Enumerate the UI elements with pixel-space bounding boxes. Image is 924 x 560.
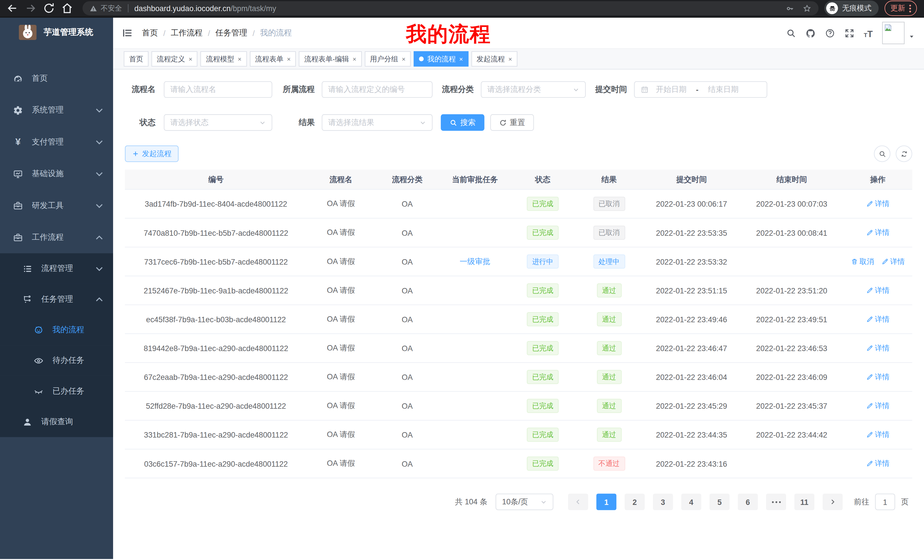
sidebar-item-todo-tasks[interactable]: 待办任务 [0, 345, 113, 376]
current-task-link[interactable]: 一级审批 [460, 257, 490, 266]
sidebar-item-leave-query[interactable]: 请假查询 [0, 406, 113, 437]
close-icon[interactable]: × [459, 55, 463, 62]
process-definition-input[interactable]: 请输入流程定义的编号 [322, 81, 433, 98]
chevron-up-icon [94, 232, 104, 242]
back-icon[interactable] [6, 2, 19, 15]
action-label: 详情 [875, 314, 890, 324]
start-process-button[interactable]: 发起流程 [125, 145, 179, 162]
cell-submit-time: 2022-01-22 23:46:47 [643, 344, 740, 352]
page-button-2[interactable]: 2 [625, 494, 645, 510]
detail-link[interactable]: 详情 [866, 401, 890, 411]
tab-my-process[interactable]: 我的流程× [414, 51, 468, 67]
page-button-3[interactable]: 3 [653, 494, 673, 510]
detail-link[interactable]: 详情 [881, 257, 905, 267]
tab-process-form-edit[interactable]: 流程表单-编辑× [299, 51, 362, 67]
tab-process-form[interactable]: 流程表单× [250, 51, 296, 67]
browser-menu-icon[interactable] [909, 4, 911, 12]
forward-icon[interactable] [24, 2, 37, 15]
cell-actions: 详情 [843, 372, 912, 382]
sidebar-item-done-tasks[interactable]: 已办任务 [0, 376, 113, 406]
refresh-table-button[interactable] [896, 145, 912, 162]
close-icon[interactable]: × [238, 55, 242, 62]
column-header: 当前审批任务 [440, 174, 510, 185]
table-header-row: 编号流程名流程分类当前审批任务状态结果提交时间结束时间操作 [125, 169, 912, 190]
page-size-select[interactable]: 10条/页 [496, 494, 554, 510]
home-icon[interactable] [61, 2, 74, 15]
search-button[interactable]: 搜索 [441, 114, 484, 131]
page-button-4[interactable]: 4 [681, 494, 701, 510]
sidebar-item-infrastructure[interactable]: 基础设施 [0, 158, 113, 190]
detail-link[interactable]: 详情 [866, 343, 890, 353]
url-text[interactable]: dashboard.yudao.iocoder.cn/bpm/task/my [135, 4, 276, 13]
result-select[interactable]: 请选择流结果 [322, 114, 433, 131]
detail-link[interactable]: 详情 [866, 314, 890, 324]
edit-icon [866, 201, 873, 208]
caret-down-icon[interactable] [909, 34, 915, 40]
page-button-6[interactable]: 6 [738, 494, 758, 510]
filter-row-1: 流程名 请输入流程名 所属流程 请输入流程定义的编号 流程分类 请选择流程分类 … [125, 81, 912, 98]
detail-link[interactable]: 详情 [866, 199, 890, 209]
help-icon[interactable] [825, 28, 835, 38]
cell-category: OA [375, 373, 440, 381]
date-range-input[interactable]: 开始日期 - 结束日期 [634, 81, 767, 98]
page-button-11[interactable]: 11 [794, 494, 814, 510]
sidebar-item-my-process[interactable]: 我的流程 [0, 314, 113, 345]
detail-link[interactable]: 详情 [866, 372, 890, 382]
sidebar-item-payment[interactable]: ¥支付管理 [0, 126, 113, 158]
reset-button[interactable]: 重置 [490, 114, 534, 131]
next-page-button[interactable] [823, 494, 843, 510]
cancel-link[interactable]: 取消 [850, 257, 874, 267]
tab-start-process[interactable]: 发起流程× [471, 51, 518, 67]
close-icon[interactable]: × [508, 55, 512, 62]
detail-link[interactable]: 详情 [866, 285, 890, 295]
github-icon[interactable] [806, 28, 816, 38]
tab-user-group[interactable]: 用户分组× [364, 51, 411, 67]
tab-process-model[interactable]: 流程模型× [201, 51, 247, 67]
fullscreen-icon[interactable] [844, 28, 854, 38]
breadcrumb-item[interactable]: 首页 [142, 28, 158, 38]
bookmark-star-icon[interactable] [802, 4, 812, 13]
page-button-1[interactable]: 1 [597, 494, 616, 510]
yen-icon: ¥ [13, 137, 23, 147]
detail-link[interactable]: 详情 [866, 459, 890, 469]
avatar[interactable] [882, 22, 904, 44]
toggle-search-button[interactable] [874, 145, 891, 162]
close-icon[interactable]: × [402, 55, 405, 62]
status-select[interactable]: 请选择状态 [164, 114, 272, 131]
reload-icon[interactable] [42, 2, 56, 15]
sidebar-item-workflow[interactable]: 工作流程 [0, 222, 113, 253]
sidebar-item-task-mgmt[interactable]: 任务管理 [0, 284, 113, 314]
detail-link[interactable]: 详情 [866, 430, 890, 440]
prev-page-button[interactable] [568, 494, 588, 510]
not-secure-label[interactable]: 不安全 [101, 3, 122, 13]
search-icon[interactable] [786, 28, 796, 38]
key-icon[interactable] [786, 4, 794, 13]
incognito-icon [828, 4, 836, 12]
page-button-5[interactable]: 5 [710, 494, 729, 510]
hamburger-icon[interactable] [122, 28, 132, 38]
cell-end-time: 2022-01-22 23:51:20 [740, 286, 843, 295]
more-pages-icon[interactable] [766, 494, 786, 510]
close-icon[interactable]: × [287, 55, 291, 62]
breadcrumb-item[interactable]: 工作流程 [171, 28, 202, 38]
close-icon[interactable]: × [352, 55, 356, 62]
sidebar-item-process-mgmt[interactable]: 流程管理 [0, 253, 113, 284]
url-bar[interactable]: 不安全 dashboard.yudao.iocoder.cn/bpm/task/… [82, 1, 819, 15]
tab-process-definition[interactable]: 流程定义× [152, 51, 198, 67]
sidebar-item-dev-tools[interactable]: 研发工具 [0, 190, 113, 222]
detail-link[interactable]: 详情 [866, 228, 890, 238]
tab-home[interactable]: 首页 [124, 51, 148, 67]
update-button[interactable]: 更新 [885, 1, 917, 16]
category-select[interactable]: 请选择流程分类 [481, 81, 586, 98]
close-icon[interactable]: × [189, 55, 192, 62]
cell-result: 通过 [575, 399, 643, 413]
cell-status: 已完成 [510, 283, 575, 298]
sidebar-item-system[interactable]: 系统管理 [0, 94, 113, 126]
breadcrumb-item[interactable]: 任务管理 [215, 28, 247, 38]
goto-page-input[interactable]: 1 [875, 494, 895, 510]
sidebar-item-home[interactable]: 首页 [0, 63, 113, 94]
cell-result: 通过 [575, 428, 643, 442]
update-label: 更新 [890, 3, 905, 13]
process-name-input[interactable]: 请输入流程名 [164, 81, 272, 98]
font-size-icon[interactable]: TT [864, 28, 873, 38]
